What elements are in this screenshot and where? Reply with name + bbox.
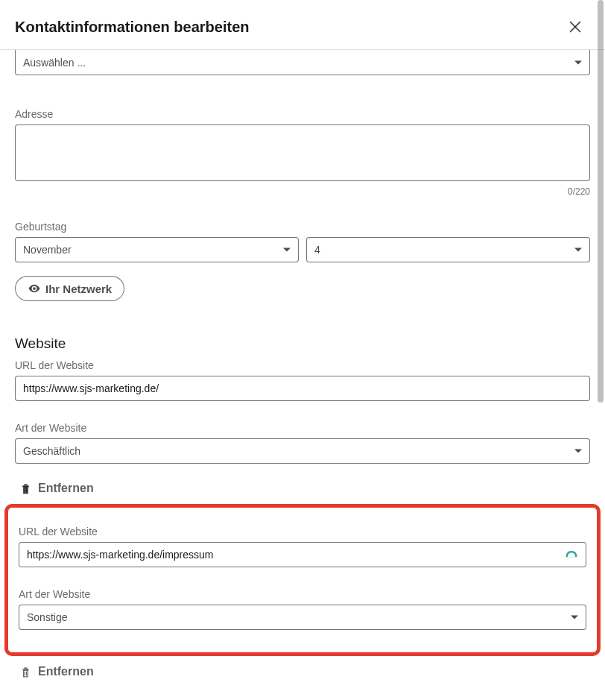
- website-section-title: Website: [15, 335, 590, 352]
- website-type-label: Art der Website: [19, 588, 586, 600]
- svg-rect-11: [24, 667, 27, 668]
- website-url-label: URL der Website: [15, 359, 590, 371]
- svg-rect-6: [24, 484, 27, 485]
- website-url-input[interactable]: [15, 376, 590, 401]
- svg-rect-10: [22, 669, 29, 669]
- scrollbar[interactable]: [598, 0, 604, 700]
- website-type-label: Art der Website: [15, 422, 590, 434]
- close-icon: [567, 19, 583, 35]
- scrollbar-thumb[interactable]: [598, 0, 604, 403]
- chevron-down-icon: [571, 616, 578, 619]
- website-url-input-wrap: [15, 376, 590, 401]
- dialog-title: Kontaktinformationen bearbeiten: [15, 19, 249, 36]
- close-button[interactable]: [560, 12, 590, 42]
- network-visibility-button[interactable]: Ihr Netzwerk: [15, 276, 124, 301]
- highlighted-website-entry: URL der Website Art der Website Sonstige: [4, 504, 601, 656]
- website-type-select[interactable]: Geschäftlich: [15, 438, 590, 464]
- dialog-content: Auswählen ... Adresse 0/220 Geburtstag N…: [0, 50, 605, 700]
- address-label: Adresse: [15, 108, 590, 120]
- remove-website-button[interactable]: Entfernen: [19, 665, 590, 678]
- birthday-month-value: November: [23, 244, 72, 256]
- remove-website-label: Entfernen: [38, 482, 94, 495]
- top-select-placeholder: Auswählen ...: [23, 57, 86, 69]
- website-url-label: URL der Website: [19, 526, 586, 537]
- chevron-down-icon: [574, 450, 582, 453]
- birthday-day-select[interactable]: 4: [306, 237, 590, 262]
- address-textarea[interactable]: [15, 124, 590, 181]
- birthday-month-select[interactable]: November: [15, 237, 299, 262]
- trash-icon: [19, 666, 32, 678]
- chevron-down-icon: [283, 248, 291, 252]
- website-type-value: Geschäftlich: [23, 445, 80, 457]
- birthday-label: Geburtstag: [15, 221, 590, 233]
- remove-website-button[interactable]: Entfernen: [19, 482, 590, 495]
- trash-icon: [19, 482, 32, 495]
- svg-rect-7: [24, 670, 28, 677]
- network-visibility-label: Ihr Netzwerk: [45, 283, 112, 295]
- website-type-value: Sonstige: [27, 611, 67, 623]
- website-url-input[interactable]: [19, 542, 586, 567]
- website-url-input-wrap: [19, 542, 586, 567]
- birthday-day-value: 4: [314, 244, 320, 256]
- top-select[interactable]: Auswählen ...: [15, 50, 590, 75]
- chevron-down-icon: [574, 248, 582, 252]
- dialog-header: Kontaktinformationen bearbeiten: [0, 0, 605, 49]
- extension-icon: [564, 547, 579, 562]
- remove-website-label: Entfernen: [38, 665, 94, 678]
- eye-icon: [28, 282, 41, 295]
- address-char-counter: 0/220: [15, 186, 590, 197]
- edit-contact-info-dialog: Kontaktinformationen bearbeiten Auswähle…: [0, 0, 605, 700]
- birthday-row: November 4: [15, 237, 590, 262]
- svg-rect-5: [22, 485, 29, 486]
- website-type-select[interactable]: Sonstige: [19, 605, 586, 630]
- chevron-down-icon: [574, 60, 582, 64]
